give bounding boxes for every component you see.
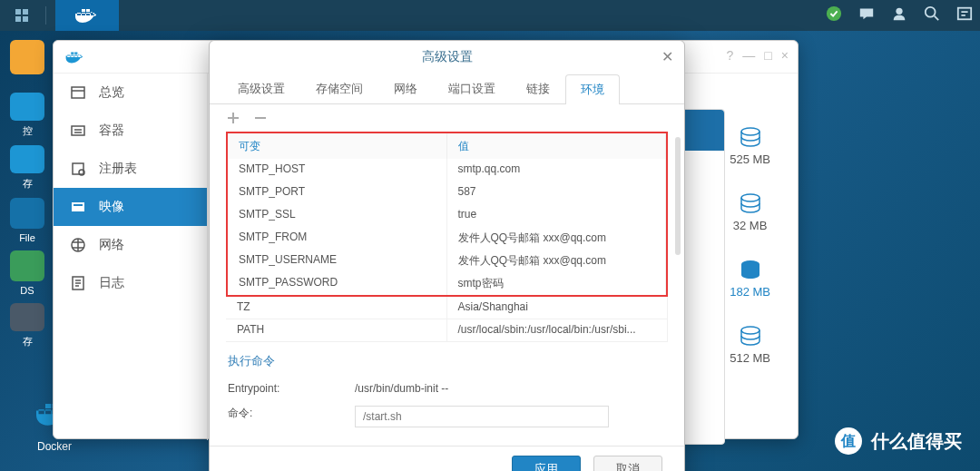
cloud-status-icon[interactable]	[826, 5, 842, 25]
tab-port[interactable]: 端口设置	[433, 74, 511, 103]
env-row[interactable]: SMTP_FROM发件人QQ号邮箱 xxx@qq.com	[228, 227, 666, 250]
env-row[interactable]: SMTP_PORT587	[228, 182, 666, 204]
command-input[interactable]	[355, 406, 609, 427]
remove-icon[interactable]	[253, 111, 268, 125]
tab-advanced[interactable]: 高级设置	[222, 74, 300, 103]
storage-column: 525 MB 32 MB 182 MB 512 MB	[730, 127, 770, 365]
sidebar-item-image[interactable]: 映像	[54, 188, 207, 226]
sidebar-item-network[interactable]: 网络	[54, 226, 207, 264]
sidebar-item-container[interactable]: 容器	[54, 112, 207, 150]
sidebar-item-label: 容器	[99, 123, 124, 139]
search-icon[interactable]	[924, 5, 940, 25]
desktop-icon[interactable]: 存	[9, 303, 45, 348]
env-header-value: 值	[447, 133, 667, 159]
svg-rect-0	[15, 9, 21, 15]
sidebar-item-overview[interactable]: 总览	[54, 74, 207, 112]
svg-rect-10	[73, 163, 83, 174]
advanced-settings-modal: 高级设置 ✕ 高级设置 存储空间 网络 端口设置 链接 环境 可变 值 SMTP…	[209, 40, 685, 471]
env-row[interactable]: PATH/usr/local/sbin:/usr/local/bin:/usr/…	[226, 319, 668, 342]
svg-point-4	[827, 6, 841, 21]
taskbar	[0, 0, 980, 31]
tab-links[interactable]: 链接	[511, 74, 565, 103]
svg-point-17	[741, 194, 760, 201]
svg-rect-1	[23, 9, 28, 15]
modal-close-icon[interactable]: ✕	[662, 48, 673, 65]
sidebar-item-label: 日志	[99, 275, 124, 291]
modal-tabs: 高级设置 存储空间 网络 端口设置 链接 环境	[210, 74, 684, 104]
env-row[interactable]: SMTP_PASSWORDsmtp密码	[228, 272, 666, 295]
window-controls: ? — □ ×	[727, 48, 789, 63]
env-table: 可变 值 SMTP_HOSTsmtp.qq.com SMTP_PORT587 S…	[226, 132, 668, 297]
entrypoint-value: /usr/bin/dumb-init --	[355, 382, 666, 395]
storage-item[interactable]: 182 MB	[730, 260, 770, 299]
svg-rect-2	[15, 16, 21, 22]
chat-icon[interactable]	[858, 5, 875, 25]
storage-item[interactable]: 32 MB	[730, 193, 770, 232]
svg-point-16	[741, 128, 760, 135]
help-icon[interactable]: ?	[727, 48, 734, 63]
svg-rect-7	[958, 8, 971, 20]
desktop-icon[interactable]	[9, 40, 45, 85]
svg-rect-9	[72, 126, 84, 135]
env-header-key: 可变	[228, 133, 447, 159]
desktop-icon[interactable]: File	[9, 198, 45, 243]
desktop-icon[interactable]: 存	[9, 145, 45, 191]
sidebar-item-label: 总览	[99, 84, 124, 101]
desktop-icons: 控 存 File DS 存	[9, 40, 45, 356]
user-icon[interactable]	[891, 5, 907, 25]
tab-network[interactable]: 网络	[378, 74, 433, 103]
desktop-icon[interactable]: DS	[9, 250, 45, 296]
svg-point-5	[896, 8, 902, 15]
desktop-icon[interactable]: 控	[9, 93, 45, 138]
widget-icon[interactable]	[956, 5, 973, 25]
add-icon[interactable]	[226, 111, 240, 125]
tab-volume[interactable]: 存储空间	[300, 74, 378, 103]
env-row[interactable]: SMTP_USERNAME发件人QQ号邮箱 xxx@qq.com	[228, 250, 666, 272]
env-row[interactable]: SMTP_SSLtrue	[228, 204, 666, 227]
tab-environment[interactable]: 环境	[565, 74, 620, 104]
watermark: 值 什么值得买	[835, 427, 962, 455]
scrollbar[interactable]	[675, 137, 681, 255]
sidebar: 总览 容器 注册表 映像 网络 日志	[54, 74, 208, 440]
maximize-icon[interactable]: □	[764, 48, 771, 63]
sidebar-item-label: 网络	[99, 237, 124, 253]
sidebar-item-label: 注册表	[99, 161, 137, 177]
docker-tab[interactable]	[55, 0, 119, 31]
command-label: 命令:	[228, 406, 355, 427]
sidebar-item-label: 映像	[99, 199, 124, 215]
svg-rect-12	[72, 202, 84, 211]
apps-grid-icon[interactable]	[7, 5, 36, 26]
modal-title: 高级设置	[210, 41, 684, 74]
env-row[interactable]: TZAsia/Shanghai	[226, 297, 668, 319]
svg-rect-13	[74, 204, 83, 206]
sidebar-item-log[interactable]: 日志	[54, 264, 207, 302]
exec-command-title: 执行命令	[210, 342, 684, 377]
entrypoint-label: Entrypoint:	[228, 382, 355, 395]
apply-button[interactable]: 应用	[512, 456, 581, 472]
sidebar-item-registry[interactable]: 注册表	[54, 150, 207, 188]
storage-item[interactable]: 525 MB	[730, 127, 770, 166]
storage-item[interactable]: 512 MB	[730, 326, 770, 365]
env-row[interactable]: SMTP_HOSTsmtp.qq.com	[228, 159, 666, 182]
svg-point-19	[741, 327, 760, 334]
cancel-button[interactable]: 取消	[593, 456, 662, 472]
minimize-icon[interactable]: —	[742, 48, 755, 63]
close-icon[interactable]: ×	[781, 48, 789, 63]
svg-rect-8	[72, 87, 84, 98]
svg-rect-3	[23, 16, 28, 22]
svg-point-6	[926, 7, 936, 17]
watermark-badge-icon: 值	[835, 427, 862, 455]
